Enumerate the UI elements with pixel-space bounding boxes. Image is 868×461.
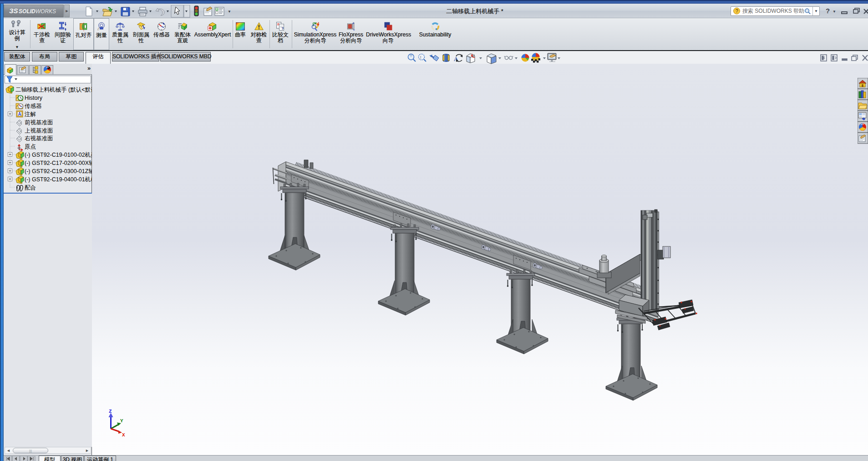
svg-text:?: ? bbox=[282, 26, 284, 31]
svg-text:上视基准面: 上视基准面 bbox=[25, 128, 53, 134]
svg-text:(-) GST92-C19-0100-02机架: (-) GST92-C19-0100-02机架 bbox=[25, 152, 92, 158]
svg-text:配合: 配合 bbox=[25, 184, 36, 191]
svg-text:注解: 注解 bbox=[24, 111, 36, 118]
svg-text:ЗS: ЗS bbox=[9, 7, 18, 15]
svg-text:(-) GST92-C19-0300-01Z轴: (-) GST92-C19-0300-01Z轴 bbox=[25, 168, 92, 174]
svg-text:!: ! bbox=[420, 55, 421, 60]
svg-text:?: ? bbox=[736, 9, 738, 14]
svg-text:原点: 原点 bbox=[25, 143, 36, 150]
svg-text:History: History bbox=[25, 95, 43, 101]
svg-text:二轴移载上料机械手 (默认<默认: 二轴移载上料机械手 (默认<默认 bbox=[15, 87, 92, 93]
svg-text:前视基准面: 前视基准面 bbox=[25, 119, 53, 126]
svg-text:右视基准面: 右视基准面 bbox=[25, 135, 53, 142]
svg-text:(-) GST92-C17-0200-00X轴: (-) GST92-C17-0200-00X轴 bbox=[25, 160, 92, 166]
svg-text:X: X bbox=[122, 432, 125, 438]
svg-text:Y: Y bbox=[120, 418, 123, 424]
svg-text:A: A bbox=[18, 112, 21, 117]
svg-text:(-) GST92-C19-0400-01机械: (-) GST92-C19-0400-01机械 bbox=[25, 176, 92, 183]
svg-text:SOLIDWORKS: SOLIDWORKS bbox=[19, 8, 56, 15]
svg-text:传感器: 传感器 bbox=[25, 103, 42, 109]
svg-text:Z: Z bbox=[109, 409, 112, 414]
